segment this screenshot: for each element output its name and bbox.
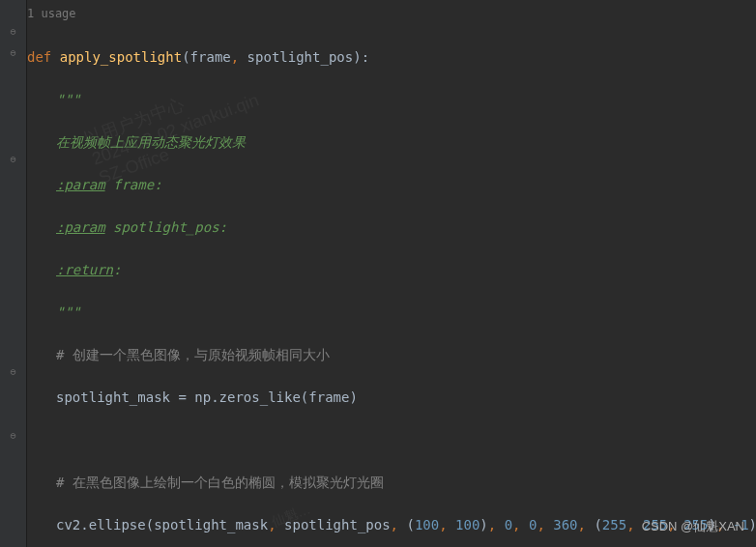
usage-hint[interactable]: 1 usage (27, 7, 76, 20)
fold-icon[interactable]: ⊖ (0, 366, 26, 377)
fold-icon[interactable]: ⊖ (0, 154, 26, 164)
docstring-return: :return (56, 262, 113, 277)
keyword-def: def (27, 49, 60, 65)
docstring-param: :param (56, 219, 105, 235)
docstring-param: :param (56, 177, 105, 192)
comment: # 创建一个黑色图像，与原始视频帧相同大小 (56, 347, 330, 362)
comment: # 在黑色图像上绘制一个白色的椭圆，模拟聚光灯光圈 (56, 475, 384, 490)
code-editor[interactable]: def apply_spotlight(frame, spotlight_pos… (27, 25, 756, 547)
docstring-close: """ (56, 304, 80, 320)
fold-icon[interactable]: ⊖ (0, 26, 26, 37)
gutter: ⊖ ⊖ ⊖ ⊖ ⊖ (0, 0, 27, 547)
function-name: apply_spotlight (60, 49, 182, 65)
fold-icon[interactable]: ⊖ (0, 47, 26, 58)
docstring-open: """ (56, 92, 80, 107)
fold-icon[interactable]: ⊖ (0, 430, 26, 441)
csdn-attribution: CSDN @仙魁XAN (642, 518, 744, 535)
docstring-desc: 在视频帧上应用动态聚光灯效果 (56, 134, 246, 150)
